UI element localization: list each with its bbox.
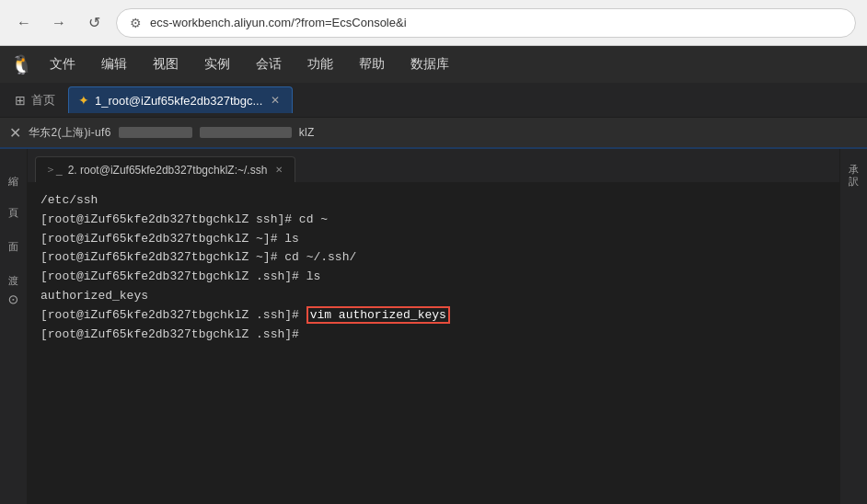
terminal-tab[interactable]: ＞_ 2. root@iZuf65kfe2db327tbgchklZ:~/.ss… (35, 156, 295, 182)
menu-view[interactable]: 视图 (142, 51, 190, 78)
terminal-tab-bar: ＞_ 2. root@iZuf65kfe2db327tbgchklZ:~/.ss… (28, 149, 839, 182)
breadcrumb-masked-1 (119, 127, 192, 138)
breadcrumb-expand-icon[interactable]: ✕ (9, 124, 21, 142)
terminal-line-1: [root@iZuf65kfe2db327tbgchklZ ssh]# cd ~ (40, 211, 827, 230)
terminal-tab-icon: ＞_ (45, 162, 63, 178)
menu-help[interactable]: 帮助 (348, 51, 396, 78)
terminal-tab-label: 2. root@iZuf65kfe2db327tbgchklZ:~/.ssh (68, 164, 268, 177)
back-button[interactable]: ← (11, 10, 37, 36)
menu-edit[interactable]: 编辑 (90, 51, 138, 78)
main-area: ＞_ 2. root@iZuf65kfe2db327tbgchklZ:~/.ss… (28, 149, 839, 504)
home-tab-icon: ⊞ (15, 93, 26, 108)
terminal-line-4: [root@iZuf65kfe2db327tbgchklZ .ssh]# ls (40, 268, 827, 287)
terminal-line-2: [root@iZuf65kfe2db327tbgchklZ ~]# ls (40, 230, 827, 249)
terminal-line-6: [root@iZuf65kfe2db327tbgchklZ .ssh]# vim… (40, 306, 827, 326)
breadcrumb-masked-2 (200, 127, 292, 138)
right-sidebar: 承 訳 (839, 149, 867, 504)
menu-instance[interactable]: 实例 (193, 51, 241, 78)
tab-home[interactable]: ⊞ 首页 (4, 86, 66, 114)
terminal-content[interactable]: /etc/ssh [root@iZuf65kfe2db327tbgchklZ s… (28, 182, 839, 504)
menu-file[interactable]: 文件 (39, 51, 87, 78)
sidebar-icon-3[interactable]: 面 (3, 223, 25, 245)
menu-database[interactable]: 数据库 (399, 51, 460, 78)
app-container: 🐧 文件 编辑 视图 实例 会话 功能 帮助 数据库 ⊞ 首页 ✦ 1_root… (0, 46, 867, 504)
menu-function[interactable]: 功能 (296, 51, 344, 78)
reload-button[interactable]: ↺ (81, 10, 107, 36)
highlighted-command: vim authorized_keys (306, 306, 450, 324)
terminal-line-3: [root@iZuf65kfe2db327tbgchklZ ~]# cd ~/.… (40, 248, 827, 268)
content-area: 縮 頁 面 渡 ⊙ ＞_ 2. root@iZuf65kfe2db327tbgc… (0, 149, 867, 504)
sidebar-icon-4[interactable]: 渡 (3, 256, 25, 278)
url-text: ecs-workbench.aliyun.com/?from=EcsConsol… (150, 16, 407, 29)
breadcrumb-bar: ✕ 华东2(上海)i-uf6 klZ (0, 118, 867, 149)
sidebar-icon-2[interactable]: 頁 (3, 189, 25, 212)
terminal-line-5: authorized_keys (40, 287, 827, 306)
terminal-line-0: /etc/ssh (40, 191, 827, 211)
address-bar[interactable]: ⚙ ecs-workbench.aliyun.com/?from=EcsCons… (116, 8, 856, 38)
tab-active[interactable]: ✦ 1_root@iZuf65kfe2db327tbgc... ✕ (68, 86, 293, 113)
home-tab-label: 首页 (31, 92, 55, 109)
menu-bar: 🐧 文件 编辑 视图 实例 会话 功能 帮助 数据库 (0, 46, 867, 83)
tab-bar: ⊞ 首页 ✦ 1_root@iZuf65kfe2db327tbgc... ✕ (0, 83, 867, 118)
active-tab-label: 1_root@iZuf65kfe2db327tbgc... (95, 94, 262, 108)
browser-chrome: ← → ↺ ⚙ ecs-workbench.aliyun.com/?from=E… (0, 0, 867, 46)
active-tab-icon: ✦ (78, 93, 89, 108)
tab-close-button[interactable]: ✕ (268, 93, 283, 108)
sidebar-icon-5[interactable]: ⊙ (3, 289, 25, 311)
sidebar-icon-1[interactable]: 縮 (3, 156, 25, 178)
security-icon: ⚙ (128, 16, 143, 30)
linux-icon: 🐧 (7, 51, 35, 78)
left-sidebar: 縮 頁 面 渡 ⊙ (0, 149, 28, 504)
breadcrumb-text: 华东2(上海)i-uf6 (29, 125, 111, 141)
terminal-tab-close[interactable]: ✕ (272, 164, 285, 177)
forward-button[interactable]: → (46, 10, 72, 36)
terminal-line-7: [root@iZuf65kfe2db327tbgchklZ .ssh]# (40, 326, 827, 345)
menu-session[interactable]: 会话 (245, 51, 293, 78)
breadcrumb-suffix: klZ (299, 126, 315, 139)
